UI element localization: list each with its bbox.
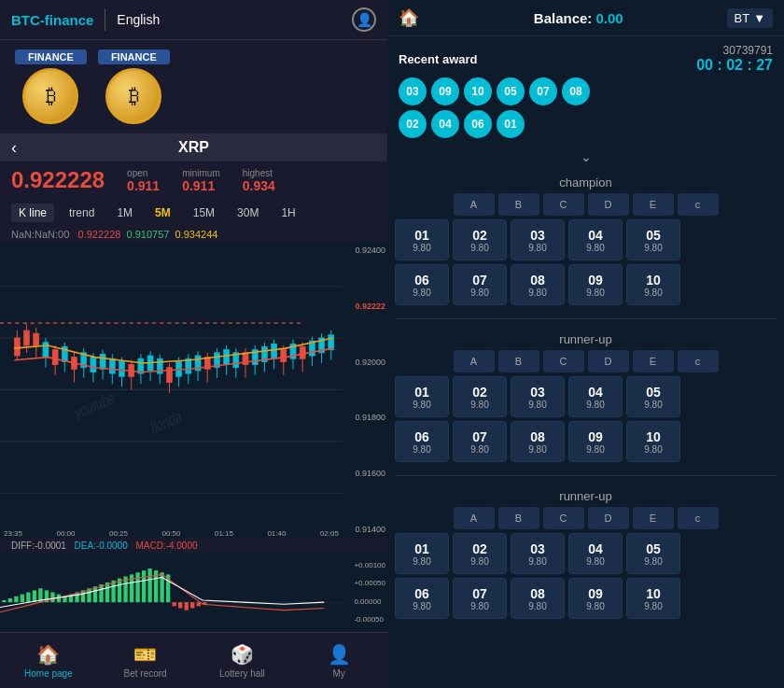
col-header-D3: D	[588, 507, 629, 529]
currency-dropdown[interactable]: BT ▼	[727, 8, 774, 28]
nav-home[interactable]: 🏠 Home page	[0, 633, 97, 688]
svg-rect-35	[91, 358, 96, 372]
ru1-cell-03[interactable]: 039.80	[511, 376, 565, 417]
finance-btn-1[interactable]: FINANCE ₿	[15, 49, 87, 124]
bet-row: 019.80 029.80 039.80 049.80 059.80	[395, 376, 777, 417]
runner-up-2-bet-rows: 019.80 029.80 039.80 049.80 059.80 069.8…	[395, 533, 777, 619]
ru1-cell-06[interactable]: 069.80	[395, 421, 449, 462]
language-label[interactable]: English	[117, 12, 160, 27]
ru1-cell-10[interactable]: 109.80	[626, 421, 680, 462]
ball-08: 08	[562, 77, 590, 105]
col-header-A3: A	[454, 507, 495, 529]
interval-30m[interactable]: 30M	[230, 204, 266, 222]
svg-rect-108	[190, 602, 194, 608]
bet-row: 069.80 079.80 089.80 099.80 109.80	[395, 421, 777, 462]
svg-text:youtube: youtube	[74, 388, 116, 423]
chart-controls: K line trend 1M 5M 15M 30M 1H	[0, 199, 387, 227]
ru2-cell-10[interactable]: 109.80	[626, 578, 680, 619]
bet-record-label: Bet record	[124, 668, 167, 679]
coin-1: ₿	[22, 68, 78, 124]
runner-up-title-2: runner-up	[395, 482, 777, 507]
my-label: My	[332, 668, 344, 679]
svg-rect-7	[14, 338, 20, 356]
open-value: 0.911	[127, 178, 160, 193]
ru1-cell-05[interactable]: 059.80	[626, 376, 680, 417]
svg-rect-39	[109, 358, 115, 373]
min-label: minimum	[182, 168, 220, 178]
interval-1h[interactable]: 1H	[273, 204, 302, 222]
kline-btn[interactable]: K line	[11, 204, 54, 222]
ru2-cell-06[interactable]: 069.80	[395, 578, 449, 619]
svg-rect-99	[135, 572, 139, 602]
ru2-cell-03[interactable]: 039.80	[511, 533, 565, 574]
expand-chevron[interactable]: ⌄	[387, 146, 784, 168]
bet-cell-03[interactable]: 03 9.80	[511, 219, 565, 260]
interval-1m[interactable]: 1M	[109, 204, 140, 222]
bet-cell-08[interactable]: 08 9.80	[511, 264, 565, 305]
svg-rect-29	[43, 343, 49, 358]
svg-rect-9	[23, 330, 29, 345]
bet-row: 06 9.80 07 9.80 08 9.80 09 9.80 10 9.8	[395, 264, 777, 305]
champion-section: champion A B C D E c 01 9.80 02 9.80 03	[387, 168, 784, 313]
balls-row-2: 02 04 06 01	[399, 110, 773, 138]
svg-rect-37	[100, 354, 105, 369]
back-arrow-icon[interactable]: ‹	[11, 138, 17, 158]
right-home-icon[interactable]: 🏠	[399, 7, 419, 28]
svg-rect-107	[185, 602, 189, 611]
ru1-cell-01[interactable]: 019.80	[395, 376, 449, 417]
min-value: 0.911	[182, 178, 215, 193]
ru2-cell-08[interactable]: 089.80	[511, 578, 565, 619]
finance-btn-2[interactable]: FINANCE ₿	[98, 49, 170, 124]
champion-bet-rows: 01 9.80 02 9.80 03 9.80 04 9.80 05 9.8	[395, 219, 777, 305]
ru2-cell-02[interactable]: 029.80	[453, 533, 507, 574]
bet-cell-06[interactable]: 06 9.80	[395, 264, 449, 305]
max-value: 0.934	[243, 178, 275, 193]
svg-rect-101	[147, 569, 151, 602]
chart-data-row: NaN:NaN:00 0.922228 0.910757 0.934244	[0, 227, 387, 242]
svg-rect-85	[50, 593, 54, 603]
separator-1	[395, 318, 777, 319]
svg-rect-13	[52, 350, 58, 365]
app-logo: BTC-finance	[11, 12, 93, 28]
runner-up-section-2: runner-up A B C D E c 019.80 029.80 039.…	[387, 482, 784, 626]
ball-07: 07	[529, 77, 557, 105]
ru1-cell-09[interactable]: 099.80	[568, 421, 623, 462]
bet-record-icon: 🎫	[133, 643, 157, 666]
interval-5m[interactable]: 5M	[147, 204, 178, 222]
ru2-cell-04[interactable]: 049.80	[568, 533, 623, 574]
ru2-cell-01[interactable]: 019.80	[395, 533, 449, 574]
ru1-cell-08[interactable]: 089.80	[511, 421, 565, 462]
bet-cell-09[interactable]: 09 9.80	[568, 264, 623, 305]
svg-rect-11	[34, 333, 39, 345]
bet-cell-05[interactable]: 05 9.80	[626, 219, 680, 260]
user-avatar[interactable]: 👤	[352, 7, 376, 32]
currency-label: BT	[735, 11, 750, 25]
col-header-B2: B	[498, 350, 539, 372]
separator-2	[395, 475, 777, 476]
ru2-cell-07[interactable]: 079.80	[453, 578, 507, 619]
col-header-B: B	[498, 193, 539, 216]
balance-label: Balance: 0.00	[534, 10, 623, 26]
svg-rect-41	[119, 361, 124, 376]
ru1-cell-02[interactable]: 029.80	[453, 376, 507, 417]
nav-my[interactable]: 👤 My	[290, 633, 387, 688]
bet-cell-04[interactable]: 04 9.80	[568, 219, 623, 260]
interval-15m[interactable]: 15M	[186, 204, 222, 222]
trend-btn[interactable]: trend	[62, 204, 102, 222]
recent-award-section: Recent award 30739791 00 : 02 : 27 03 09…	[387, 36, 784, 146]
ru1-cell-07[interactable]: 079.80	[453, 421, 507, 462]
bet-cell-07[interactable]: 07 9.80	[453, 264, 507, 305]
nav-lottery[interactable]: 🎲 Lottery hall	[194, 633, 291, 688]
bet-cell-10[interactable]: 10 9.80	[626, 264, 680, 305]
bet-row: 069.80 079.80 089.80 099.80 109.80	[395, 578, 777, 619]
svg-rect-65	[272, 344, 277, 358]
ru2-cell-09[interactable]: 099.80	[568, 578, 623, 619]
bet-cell-01[interactable]: 01 9.80	[395, 219, 449, 260]
bet-cell-02[interactable]: 02 9.80	[453, 219, 507, 260]
bet-row: 019.80 029.80 039.80 049.80 059.80	[395, 533, 777, 574]
runner-up-1-bet-rows: 019.80 029.80 039.80 049.80 059.80 069.8…	[395, 376, 777, 462]
nav-bet-record[interactable]: 🎫 Bet record	[97, 633, 194, 688]
ru2-cell-05[interactable]: 059.80	[626, 533, 680, 574]
ball-02: 02	[399, 110, 427, 138]
ru1-cell-04[interactable]: 049.80	[568, 376, 623, 417]
